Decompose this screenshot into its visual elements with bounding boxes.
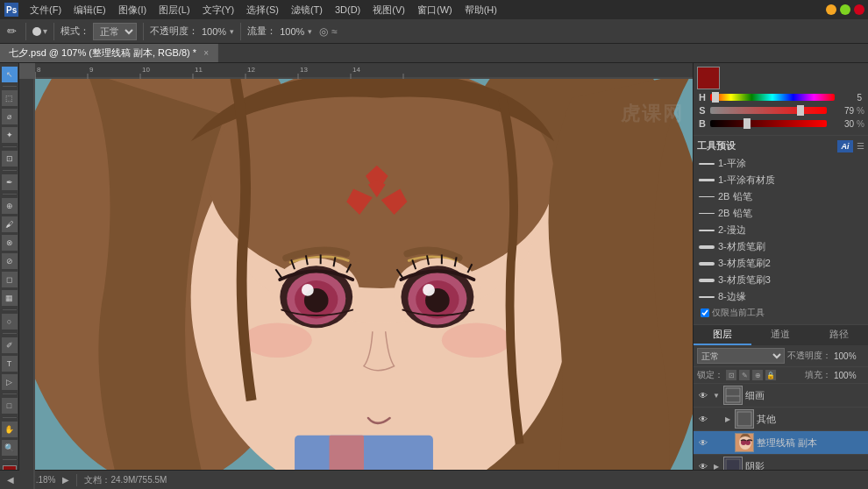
marquee-tool[interactable]: ⬚ <box>2 90 18 106</box>
preset-item-8[interactable]: 3-材质笔刷3 <box>697 272 864 288</box>
menu-3d[interactable]: 3D(D) <box>330 3 366 17</box>
toolbar-separator-3 <box>143 23 144 40</box>
color-swatch-row <box>697 67 864 89</box>
layer-name-xd: 细画 <box>745 389 864 402</box>
tab-close-button[interactable]: × <box>203 48 209 58</box>
preset-label-9: 8-边缘 <box>718 290 746 303</box>
dodge-tool[interactable]: ○ <box>2 314 18 330</box>
hue-slider[interactable] <box>710 94 835 101</box>
preset-item-2[interactable]: 1-平涂有材质 <box>697 172 864 188</box>
brightness-value: 30 <box>829 119 854 129</box>
status-arrow-right[interactable]: ▶ <box>62 475 69 485</box>
lock-position-icon[interactable]: ⊕ <box>752 370 763 380</box>
menu-filter[interactable]: 滤镜(T) <box>286 2 328 18</box>
lock-all-icon[interactable]: 🔒 <box>765 370 776 380</box>
layer-group-other[interactable]: 👁 ▶ 其他 <box>694 408 868 431</box>
lock-paint-icon[interactable]: ✎ <box>739 370 750 380</box>
foreground-color-swatch[interactable] <box>697 67 720 89</box>
svg-rect-19 <box>19 79 35 489</box>
eyedropper-tool[interactable]: ✒ <box>2 174 18 190</box>
preset-item-5[interactable]: 2-漫边 <box>697 222 864 238</box>
tools-preset-menu[interactable]: ☰ <box>857 141 864 151</box>
brush-size-down[interactable]: ▾ <box>43 26 47 36</box>
menu-text[interactable]: 文字(Y) <box>197 2 240 18</box>
eraser-tool[interactable]: ◻ <box>2 272 18 287</box>
clone-stamp-tool[interactable]: ⊗ <box>2 235 18 251</box>
canvas-bg[interactable]: 虎课网 <box>35 79 693 489</box>
preset-item-7[interactable]: 3-材质笔刷2 <box>697 255 864 272</box>
preset-item-9[interactable]: 8-边缘 <box>697 288 864 305</box>
svg-text:14: 14 <box>352 66 360 74</box>
layer-expand-other[interactable]: ▶ <box>723 415 732 423</box>
close-button[interactable] <box>854 4 864 15</box>
layer-thumb-other <box>735 409 754 429</box>
preset-item-6[interactable]: 3-材质笔刷 <box>697 238 864 255</box>
saturation-slider[interactable] <box>710 107 827 114</box>
crop-tool[interactable]: ⊡ <box>2 151 18 167</box>
hand-tool[interactable]: ✋ <box>2 422 18 437</box>
shape-tool[interactable]: □ <box>2 398 18 414</box>
flow-toggle[interactable]: ▾ <box>308 27 312 36</box>
mode-select[interactable]: 正常 <box>93 23 137 40</box>
brush-tool[interactable]: 🖌 <box>2 216 18 232</box>
blend-mode-select[interactable]: 正常 <box>697 348 785 364</box>
tab-paths[interactable]: 路径 <box>810 325 868 345</box>
lock-transparent-icon[interactable]: ⊡ <box>726 370 736 380</box>
menu-image[interactable]: 图像(I) <box>113 2 152 18</box>
svg-text:Ps: Ps <box>6 5 18 15</box>
maximize-button[interactable] <box>840 4 850 15</box>
preset-label-7: 3-材质笔刷2 <box>718 257 771 270</box>
airbrush-icon[interactable]: ◎ <box>319 25 328 38</box>
text-tool[interactable]: T <box>2 356 18 372</box>
pen-tool[interactable]: ✐ <box>2 337 18 353</box>
fill-label: 填充： <box>805 369 831 381</box>
hue-value: 5 <box>837 93 862 103</box>
layer-expand-xd[interactable]: ▼ <box>712 391 721 400</box>
color-panel: H 5 S 79 % B 30 % <box>694 63 868 136</box>
brightness-slider[interactable] <box>710 120 827 127</box>
lasso-tool[interactable]: ⌀ <box>2 109 18 124</box>
opacity-toggle[interactable]: ▾ <box>230 27 234 36</box>
svg-point-37 <box>302 284 314 296</box>
menu-view[interactable]: 视图(V) <box>367 2 410 18</box>
layer-visibility-other[interactable]: 👁 <box>697 413 709 425</box>
menu-layer[interactable]: 图层(L) <box>153 2 195 18</box>
svg-text:12: 12 <box>247 66 255 74</box>
preset-item-3[interactable]: 2B 铅笔 <box>697 188 864 205</box>
layer-visibility-xd[interactable]: 👁 <box>697 389 709 401</box>
pressure-icon[interactable]: ≈ <box>331 25 338 38</box>
layer-sketch-copy[interactable]: 👁 整理线稿 副本 <box>694 431 868 455</box>
tab-channels[interactable]: 通道 <box>751 325 809 345</box>
preset-item-1[interactable]: 1-平涂 <box>697 155 864 172</box>
gradient-tool[interactable]: ▦ <box>2 290 18 306</box>
preset-item-4[interactable]: 2B 铅笔 <box>697 205 864 222</box>
saturation-row: S 79 % <box>697 105 864 116</box>
active-tab[interactable]: 七夕.psd @ 107% (整理线稿 副本, RGB/8) * × <box>0 44 218 62</box>
svg-text:8: 8 <box>37 66 41 74</box>
menu-edit[interactable]: 编辑(E) <box>68 2 111 18</box>
path-select-tool[interactable]: ▷ <box>2 374 18 390</box>
spot-healing-tool[interactable]: ⊕ <box>2 198 18 214</box>
move-tool[interactable]: ↖ <box>2 67 18 82</box>
layers-panel: 图层 通道 路径 正常 不透明度： 100% 锁定： ⊡ ✎ ⊕ 🔒 填充： 1… <box>694 325 868 489</box>
layer-group-xd[interactable]: 👁 ▼ 细画 <box>694 384 868 408</box>
history-brush-tool[interactable]: ⊘ <box>2 253 18 269</box>
zoom-tool[interactable]: 🔍 <box>2 440 18 456</box>
document-size-info: 文档：24.9M/755.5M <box>84 474 167 486</box>
menu-select[interactable]: 选择(S) <box>241 2 284 18</box>
status-arrow-left[interactable]: ◀ <box>7 475 14 485</box>
only-current-tool[interactable]: 仅限当前工具 <box>697 305 864 321</box>
menu-help[interactable]: 帮助(H) <box>459 2 502 18</box>
magic-wand-tool[interactable]: ✦ <box>2 127 18 143</box>
minimize-button[interactable] <box>826 4 836 15</box>
brightness-slider-container <box>710 120 827 127</box>
only-checkbox-input[interactable] <box>701 308 709 317</box>
menu-window[interactable]: 窗口(W) <box>412 2 458 18</box>
tab-layers[interactable]: 图层 <box>694 325 751 345</box>
layer-visibility-sketch[interactable]: 👁 <box>697 436 709 449</box>
brush-size-icon: ▾ <box>32 26 47 36</box>
menu-file[interactable]: 文件(F) <box>25 2 67 18</box>
ai-icon: Ai <box>837 140 853 152</box>
layer-group-shadow[interactable]: 👁 ▶ 阴影 <box>694 455 868 471</box>
canvas-area: 8 9 10 11 12 13 14 8 9 <box>19 63 693 489</box>
